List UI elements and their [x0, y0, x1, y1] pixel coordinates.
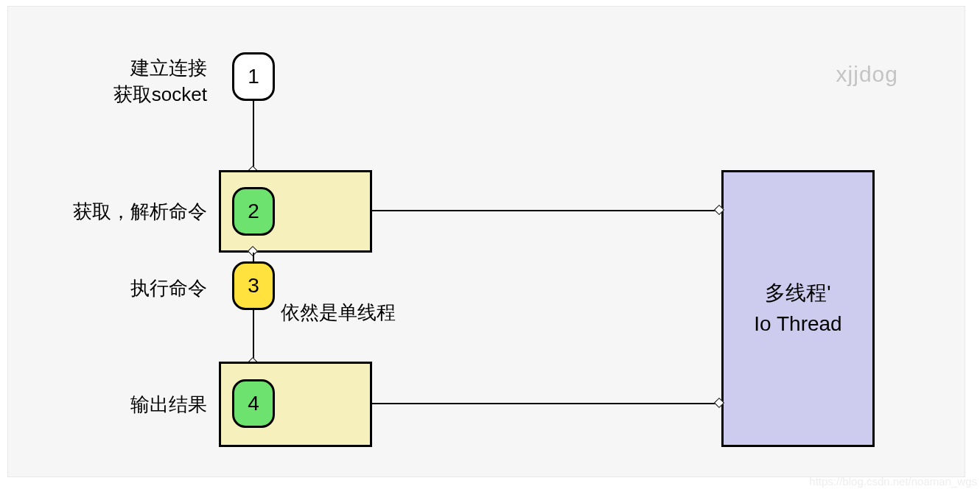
connector-1-2	[253, 101, 254, 169]
step4-num: 4	[248, 392, 259, 415]
step3-annotation: 依然是单线程	[281, 300, 396, 326]
step4-label: 输出结果	[82, 391, 207, 418]
io-thread-line1: 多线程'	[765, 278, 830, 309]
step1-label-line1: 建立连接	[130, 57, 207, 79]
step3-label: 执行命令	[89, 275, 207, 301]
step2-node: 2	[232, 187, 275, 236]
step2-num: 2	[248, 200, 259, 223]
io-thread-box: 多线程' Io Thread	[721, 170, 875, 447]
watermark-bottom: https://blog.csdn.net/noaman_wgs	[809, 475, 977, 488]
step1-label-line2: 获取socket	[113, 83, 207, 105]
step3-num: 3	[248, 274, 259, 298]
connector-3-4	[253, 310, 254, 360]
connector-2-3	[253, 253, 254, 261]
step3-node: 3	[232, 261, 275, 310]
step4-node: 4	[232, 379, 275, 428]
connector-box4-right	[372, 403, 717, 404]
step2-label: 获取，解析命令	[38, 198, 207, 225]
diagram-canvas: xjjdog 建立连接 获取socket 1 获取，解析命令 2 执行命令 3 …	[7, 6, 965, 477]
step1-num: 1	[248, 65, 259, 88]
step1-node: 1	[232, 52, 275, 101]
step1-label: 建立连接 获取socket	[52, 54, 207, 108]
watermark-top: xjjdog	[836, 62, 898, 87]
io-thread-line2: Io Thread	[754, 309, 841, 340]
connector-box2-right	[372, 210, 717, 211]
